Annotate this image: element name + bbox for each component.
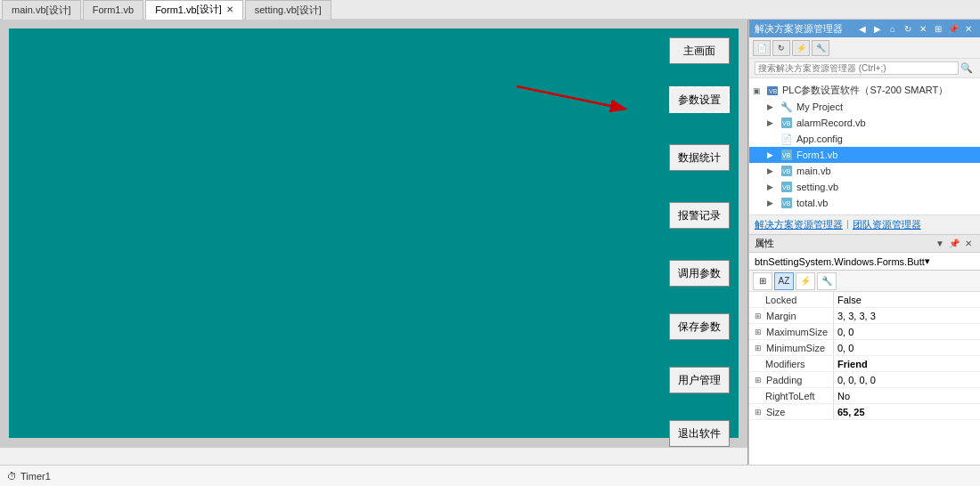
tree-view: ▣ VB PLC参数设置软件（S7-200 SMART） ▶ 🔧 My Proj… [749,78,980,215]
svg-text:VB: VB [782,168,791,174]
tree-item-app-config[interactable]: 📄 App.config [749,131,980,147]
prop-row-righttoleft[interactable]: RightToLeft No [749,388,980,404]
tree-project-root[interactable]: ▣ VB PLC参数设置软件（S7-200 SMART） [749,82,980,99]
prop-label-margin: ⊞ Margin [749,308,834,323]
btn-alarm-record[interactable]: 报警记录 [669,202,730,229]
form-icon-highlighted: VB [780,149,794,161]
expand-icon: ▶ [767,182,780,191]
props-close-icon[interactable]: ✕ [962,238,975,250]
tree-item-setting[interactable]: ▶ VB setting.vb [749,179,980,195]
prop-value-size: 65, 25 [834,404,980,419]
prop-label-locked: Locked [749,292,834,307]
open-folder-btn[interactable]: 🔧 [812,40,829,56]
expand-icon: ▶ [767,198,780,207]
tree-item-total[interactable]: ▶ VB total.vb [749,195,980,211]
properties-btn[interactable]: ⚡ [792,40,810,56]
props-pin2-icon[interactable]: 📌 [948,238,960,250]
expand-icon: ▶ [767,166,780,175]
btn-exit[interactable]: 退出软件 [669,420,730,447]
stop-icon[interactable]: ✕ [917,22,929,35]
props-alphabetical-icon[interactable]: AZ [774,272,794,290]
props-toolbar: ⊞ AZ ⚡ 🔧 [749,271,980,292]
explorer-links: 解决方案资源管理器 | 团队资源管理器 [749,215,980,234]
nav-back-icon[interactable]: ◀ [856,22,869,35]
nav-forward-icon[interactable]: ▶ [871,22,884,35]
explorer-search-input[interactable] [755,61,959,75]
tab-main-vb[interactable]: main.vb [设计] [2,0,81,20]
properties-header: 属性 ▼ 📌 ✕ [749,235,980,253]
props-pin-icon[interactable]: ▼ [934,238,946,250]
prop-row-padding[interactable]: ⊞ Padding 0, 0, 0, 0 [749,372,980,388]
svg-text:VB: VB [782,152,791,158]
home-icon[interactable]: ⌂ [886,22,899,35]
expand-icon: ▣ [753,86,765,95]
search-icon[interactable]: 🔍 [959,61,975,77]
prop-value-locked: False [834,292,980,307]
form-icon: VB [780,117,794,129]
prop-label-righttoleft: RightToLeft [749,388,834,403]
tab-form1-vb[interactable]: Form1.vb [83,0,143,20]
props-table: Locked False ⊞ Margin 3, 3, 3, 3 ⊞ Maxim… [749,292,980,465]
prop-row-size[interactable]: ⊞ Size 65, 25 [749,404,980,420]
expand-icon: ⊞ [755,344,764,352]
expand-icon: ▶ [767,118,780,127]
expand-icon: ⊞ [755,328,764,336]
project-icon: VB [765,85,780,97]
props-categorized-icon[interactable]: ⊞ [753,272,772,290]
refresh-btn[interactable]: ↻ [772,40,790,56]
tree-item-main[interactable]: ▶ VB main.vb [749,163,980,179]
prop-row-locked[interactable]: Locked False [749,292,980,308]
btn-call-params[interactable]: 调用参数 [669,260,730,287]
show-all-files-btn[interactable]: 📄 [753,40,771,56]
btn-param-setting[interactable]: 参数设置 [669,86,730,113]
prop-row-modifiers[interactable]: Modifiers Friend [749,356,980,372]
timer-label: Timer1 [20,471,51,482]
tree-item-my-project[interactable]: ▶ 🔧 My Project [749,99,980,115]
tab-setting-vb[interactable]: setting.vb [设计] [245,0,331,20]
folder-icon: 🔧 [780,101,794,113]
config-icon: 📄 [780,133,794,145]
expand-icon: ⊞ [755,376,764,385]
btn-save-params[interactable]: 保存参数 [669,313,730,340]
props-event-icon[interactable]: ⚡ [796,272,815,290]
expand-icon: ⊞ [755,312,764,320]
canvas-scroll-bar[interactable] [0,447,747,465]
team-explorer-link[interactable]: 团队资源管理器 [853,218,921,231]
svg-text:VB: VB [782,184,791,190]
svg-text:VB: VB [782,200,791,207]
props-search-icon[interactable]: 🔧 [817,272,837,290]
new-tab-icon[interactable]: ⊞ [932,22,944,35]
prop-value-maxsize: 0, 0 [834,324,980,339]
close-panel-icon[interactable]: ✕ [962,22,975,35]
properties-panel: 属性 ▼ 📌 ✕ btnSetting System.Windows.Forms… [749,235,980,465]
design-canvas[interactable]: 主画面 参数设置 数据统计 报警记录 调用参数 保存参数 用户管理 退出软件 [0,20,748,465]
prop-value-modifiers: Friend [834,356,980,371]
solution-explorer-header: 解决方案资源管理器 ◀ ▶ ⌂ ↻ ✕ ⊞ 📌 ✕ [749,20,980,37]
expand-icon: ⊞ [755,408,764,417]
btn-data-stats[interactable]: 数据统计 [669,144,730,171]
pin-icon[interactable]: 📌 [947,22,960,35]
tab-close-icon[interactable]: ✕ [226,4,233,14]
prop-row-margin[interactable]: ⊞ Margin 3, 3, 3, 3 [749,308,980,324]
right-panel: 解决方案资源管理器 ◀ ▶ ⌂ ↻ ✕ ⊞ 📌 ✕ 📄 ↻ ⚡ 🔧 [748,20,980,465]
svg-line-1 [517,86,624,109]
form-surface: 主画面 参数设置 数据统计 报警记录 调用参数 保存参数 用户管理 退出软件 [9,28,739,438]
form-icon-total: VB [780,197,794,209]
main-area: 主画面 参数设置 数据统计 报警记录 调用参数 保存参数 用户管理 退出软件 [0,20,980,465]
prop-label-maxsize: ⊞ MaximumSize [749,324,834,339]
tab-form1-design[interactable]: Form1.vb [设计] ✕ [145,0,243,20]
tree-item-form1[interactable]: ▶ VB Form1.vb [749,147,980,163]
solution-explorer-link[interactable]: 解决方案资源管理器 [755,218,843,231]
props-object-bar[interactable]: btnSetting System.Windows.Forms.Butt ▾ [749,253,980,271]
btn-user-mgmt[interactable]: 用户管理 [669,367,730,393]
explorer-header-icons: ◀ ▶ ⌂ ↻ ✕ ⊞ 📌 ✕ [856,22,975,35]
prop-value-righttoleft: No [834,388,980,403]
prop-row-maxsize[interactable]: ⊞ MaximumSize 0, 0 [749,324,980,340]
prop-row-minsize[interactable]: ⊞ MinimumSize 0, 0 [749,340,980,356]
refresh-icon[interactable]: ↻ [902,22,914,35]
btn-main[interactable]: 主画面 [669,37,730,64]
solution-explorer: 解决方案资源管理器 ◀ ▶ ⌂ ↻ ✕ ⊞ 📌 ✕ 📄 ↻ ⚡ 🔧 [749,20,980,235]
tree-item-alarm-record[interactable]: ▶ VB alarmRecord.vb [749,115,980,131]
prop-label-minsize: ⊞ MinimumSize [749,340,834,355]
timer-icon: ⏱ [7,471,17,482]
